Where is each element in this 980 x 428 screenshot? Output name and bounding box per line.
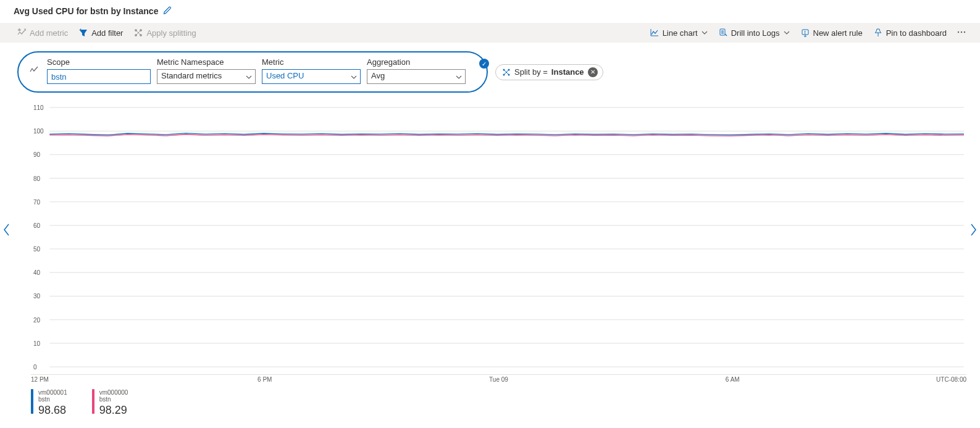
x-tick-label: 6 AM xyxy=(726,376,740,383)
x-tick-label: Tue 09 xyxy=(489,376,508,383)
legend-item[interactable]: vm000000bstn98.29 xyxy=(92,389,128,417)
x-tick-label: 6 PM xyxy=(258,376,272,383)
y-tick-label: 100 xyxy=(33,128,44,135)
legend-item[interactable]: vm000001bstn98.68 xyxy=(31,389,67,417)
svg-text:!: ! xyxy=(804,30,806,35)
add-metric-button[interactable]: + Add metric xyxy=(14,25,72,41)
line-chart-svg xyxy=(31,101,966,373)
next-chart-button[interactable] xyxy=(969,222,978,239)
alert-icon: ! xyxy=(801,28,810,37)
apply-splitting-icon xyxy=(134,28,143,37)
add-filter-button[interactable]: + Add filter xyxy=(75,25,127,41)
y-tick-label: 10 xyxy=(33,340,40,346)
line-chart-label: Line chart xyxy=(663,28,698,38)
drill-logs-icon xyxy=(719,28,727,37)
line-chart-dropdown[interactable]: Line chart xyxy=(647,25,711,41)
line-chart-icon xyxy=(650,28,659,37)
scope-input[interactable] xyxy=(47,69,151,84)
y-tick-label: 40 xyxy=(33,269,40,276)
new-alert-rule-button[interactable]: ! New alert rule xyxy=(797,25,866,41)
y-tick-label: 30 xyxy=(33,293,40,300)
add-metric-label: Add metric xyxy=(30,28,68,38)
add-filter-label: Add filter xyxy=(91,28,123,38)
legend-color-bar xyxy=(31,389,33,414)
pin-label: Pin to dashboard xyxy=(886,28,947,38)
x-tick-label: 12 PM xyxy=(31,376,49,383)
pin-icon xyxy=(874,28,882,37)
config-valid-icon: ✓ xyxy=(479,59,489,69)
y-tick-label: 90 xyxy=(33,151,40,158)
timezone-label: UTC-08:00 xyxy=(936,376,966,383)
svg-text:+: + xyxy=(18,28,21,33)
y-tick-label: 80 xyxy=(33,175,40,182)
edit-title-icon[interactable] xyxy=(163,5,173,17)
splitby-chip[interactable]: Split by = Instance ✕ xyxy=(495,64,603,80)
aggregation-label: Aggregation xyxy=(367,57,466,67)
y-tick-label: 70 xyxy=(33,198,40,205)
metric-label: Metric xyxy=(262,57,361,67)
svg-point-11 xyxy=(964,31,965,32)
splitby-icon xyxy=(502,68,511,77)
add-metric-icon: + xyxy=(17,28,26,37)
add-filter-icon: + xyxy=(79,28,88,37)
chevron-down-icon xyxy=(784,30,790,36)
drill-logs-label: Drill into Logs xyxy=(731,28,780,38)
legend-color-bar xyxy=(92,389,94,414)
y-tick-label: 50 xyxy=(33,246,40,253)
splitby-value: Instance xyxy=(551,67,584,77)
y-tick-label: 20 xyxy=(33,316,40,323)
apply-splitting-button[interactable]: Apply splitting xyxy=(130,25,199,41)
apply-splitting-label: Apply splitting xyxy=(146,28,196,38)
prev-chart-button[interactable] xyxy=(2,222,11,239)
splitby-prefix: Split by = xyxy=(514,67,548,77)
y-tick-label: 60 xyxy=(33,222,40,229)
new-alert-label: New alert rule xyxy=(813,28,863,38)
chart-toolbar: + Add metric + Add filter Apply splittin… xyxy=(0,23,980,43)
y-tick-label: 0 xyxy=(33,364,37,371)
svg-point-10 xyxy=(961,31,962,32)
legend-series-sub: bstn xyxy=(38,396,67,403)
legend-series-sub: bstn xyxy=(99,396,128,403)
svg-point-9 xyxy=(958,31,959,32)
chart-legend: vm000001bstn98.68vm000000bstn98.29 xyxy=(0,384,980,417)
metric-namespace-select[interactable]: Standard metrics xyxy=(157,69,256,84)
metric-select[interactable]: Used CPU xyxy=(262,69,361,84)
x-axis: UTC-08:00 12 PM6 PMTue 096 AM xyxy=(31,374,966,384)
metric-series-icon xyxy=(30,65,38,76)
splitby-remove-button[interactable]: ✕ xyxy=(588,67,598,77)
svg-text:+: + xyxy=(79,28,82,33)
scope-label: Scope xyxy=(47,57,151,67)
page-title: Avg Used CPU for bstn by Instance xyxy=(14,6,158,16)
more-icon xyxy=(957,28,966,36)
toolbar-more-button[interactable] xyxy=(954,25,969,41)
legend-series-name: vm000001 xyxy=(38,389,67,396)
metric-namespace-label: Metric Namespace xyxy=(157,57,256,67)
chevron-down-icon xyxy=(701,30,708,36)
legend-series-value: 98.29 xyxy=(99,404,128,417)
metric-config-pill: Scope Metric Namespace Standard metrics … xyxy=(17,51,488,93)
aggregation-select[interactable]: Avg xyxy=(367,69,466,84)
drill-logs-dropdown[interactable]: Drill into Logs xyxy=(715,25,794,41)
chart-area[interactable]: 0102030405060708090100110 xyxy=(31,101,966,373)
y-tick-label: 110 xyxy=(33,104,44,111)
pin-to-dashboard-button[interactable]: Pin to dashboard xyxy=(870,25,950,41)
legend-series-value: 98.68 xyxy=(38,404,67,417)
legend-series-name: vm000000 xyxy=(99,389,128,396)
